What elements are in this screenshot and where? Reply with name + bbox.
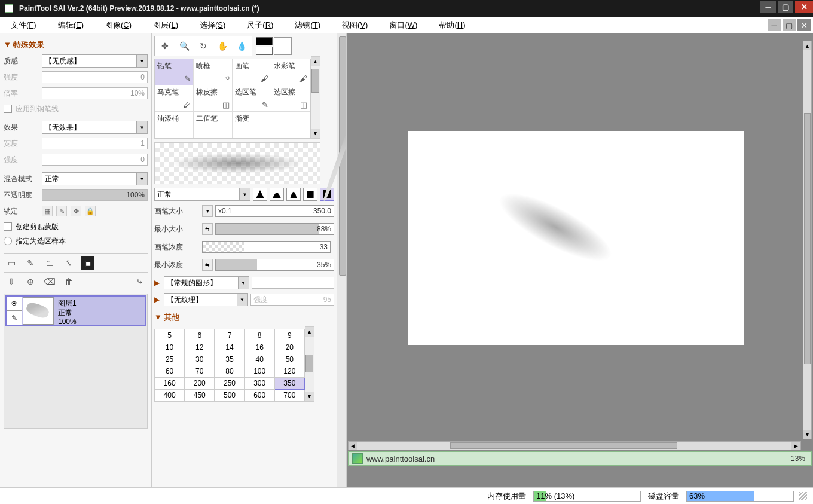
mdi-close-button[interactable]: ✕: [797, 19, 811, 31]
intensity2-value[interactable]: 0: [42, 154, 148, 166]
brush-texture-intensity[interactable]: 强度95: [250, 294, 335, 306]
brush-size-cell[interactable]: 35: [215, 353, 244, 365]
brush-size-cell[interactable]: 12: [185, 341, 215, 353]
scroll-down-icon[interactable]: ▼: [803, 430, 811, 439]
size-table-scrollbar[interactable]: ▲ ▼: [305, 326, 314, 402]
scroll-right-icon[interactable]: ▶: [791, 442, 800, 450]
menu-view[interactable]: 视图(V): [331, 17, 378, 33]
intensity-value[interactable]: 0: [42, 71, 148, 83]
menu-window[interactable]: 窗口(W): [378, 17, 428, 33]
brush-brush[interactable]: 画笔🖌: [233, 59, 271, 85]
apply-pen-checkbox[interactable]: [4, 105, 12, 113]
brush-size-cell[interactable]: 120: [274, 365, 304, 377]
brush-shape-value[interactable]: [252, 277, 335, 289]
scroll-down-icon[interactable]: ▼: [305, 392, 314, 401]
brush-texture-select[interactable]: 【无纹理】▼: [164, 293, 248, 306]
lock-all-icon[interactable]: 🔒: [85, 206, 96, 216]
brush-size-cell[interactable]: 300: [244, 377, 274, 389]
lock-move-icon[interactable]: ✥: [71, 206, 81, 216]
foreground-color[interactable]: [256, 37, 273, 45]
brush-select-eraser[interactable]: 选区擦◫: [271, 85, 310, 112]
opacity-slider[interactable]: 100%: [42, 189, 148, 201]
brush-bucket[interactable]: 油漆桶: [155, 112, 194, 138]
clear-layer-icon[interactable]: ⌫: [43, 275, 56, 288]
brush-size-cell[interactable]: 600: [244, 389, 274, 401]
brush-size-cell[interactable]: 200: [185, 377, 215, 389]
edge-soft-icon[interactable]: [253, 188, 267, 201]
resize-grip-icon[interactable]: [799, 492, 807, 500]
brush-shape-select[interactable]: 【常规的圆形】▼: [164, 276, 249, 289]
pencil-icon[interactable]: ✎: [7, 311, 22, 325]
menu-filter[interactable]: 滤镜(T): [284, 17, 331, 33]
mdi-minimize-button[interactable]: ─: [768, 19, 781, 31]
brush-mode-select[interactable]: 正常▼: [154, 188, 250, 201]
background-color[interactable]: [256, 47, 273, 55]
section-special-effects[interactable]: ▼ 特殊效果: [4, 39, 148, 50]
duplicate-layer-icon[interactable]: ⊕: [24, 275, 37, 288]
document-tab[interactable]: www.painttoolsai.cn 13%: [348, 451, 812, 466]
brush-size-cell[interactable]: 20: [274, 341, 304, 353]
brush-size-cell[interactable]: 350: [274, 377, 304, 389]
brush-grid-scrollbar[interactable]: ▲ ▼: [311, 56, 320, 139]
menu-ruler[interactable]: 尺子(R): [236, 17, 284, 33]
clipping-checkbox[interactable]: [4, 222, 12, 231]
brush-size-cell[interactable]: 40: [244, 353, 274, 365]
brush-size-cell[interactable]: 100: [244, 365, 274, 377]
new-layer-icon[interactable]: ▭: [5, 256, 18, 270]
min-density-slider[interactable]: 35%: [215, 259, 334, 271]
menu-select[interactable]: 选择(S): [189, 17, 236, 33]
layer-mask-icon[interactable]: ▣: [81, 256, 94, 270]
brush-size-cell[interactable]: 50: [274, 353, 304, 365]
scroll-up-icon[interactable]: ▲: [803, 41, 811, 50]
canvas-document[interactable]: [409, 132, 744, 344]
brush-watercolor[interactable]: 水彩笔🖌: [271, 59, 310, 85]
edge-mid2-icon[interactable]: [286, 188, 301, 201]
eye-icon[interactable]: 👁: [7, 297, 22, 311]
new-linework-layer-icon[interactable]: ✎: [24, 256, 37, 270]
move-tool-icon[interactable]: ✥: [156, 38, 174, 54]
brush-size-cell[interactable]: 70: [185, 365, 215, 377]
brush-size-cell[interactable]: 60: [155, 365, 185, 377]
width-value[interactable]: 1: [42, 138, 148, 149]
selection-source-radio[interactable]: [4, 237, 12, 245]
brush-size-cell[interactable]: 160: [155, 377, 185, 389]
brush-size-cell[interactable]: 250: [215, 377, 244, 389]
window-close-button[interactable]: ✕: [795, 1, 813, 13]
effect-select[interactable]: 【无效果】▼: [42, 121, 148, 134]
min-size-slider[interactable]: 88%: [215, 223, 334, 235]
brush-size-cell[interactable]: 700: [274, 389, 304, 401]
brush-size-cell[interactable]: 80: [215, 365, 244, 377]
brush-pencil[interactable]: 铅笔✎: [155, 59, 194, 85]
brush-select-pen[interactable]: 选区笔✎: [233, 85, 271, 112]
lock-pixel-icon[interactable]: ✎: [56, 206, 67, 216]
brush-size-cell[interactable]: 5: [155, 329, 185, 341]
transfer-down-icon[interactable]: ⤥: [62, 256, 75, 270]
canvas-viewport[interactable]: [359, 41, 801, 439]
menu-image[interactable]: 图像(C): [94, 17, 142, 33]
canvas-vertical-scrollbar[interactable]: ▲▼: [803, 41, 812, 439]
brush-size-slider[interactable]: x0.1350.0: [215, 205, 334, 217]
scroll-up-icon[interactable]: ▲: [305, 327, 314, 337]
expand-icon[interactable]: ▶: [154, 279, 161, 287]
brush-binary[interactable]: 二值笔: [194, 112, 233, 138]
mid-panel-scrollbar[interactable]: [337, 33, 346, 487]
blend-select[interactable]: 正常▼: [42, 172, 148, 185]
link-icon[interactable]: ⇆: [202, 259, 213, 271]
scale-value[interactable]: 10%: [42, 87, 148, 99]
canvas-horizontal-scrollbar[interactable]: ◀▶: [348, 441, 801, 450]
brush-size-cell[interactable]: 450: [185, 389, 215, 401]
window-minimize-button[interactable]: ─: [760, 1, 776, 13]
menu-layer[interactable]: 图层(L): [142, 17, 189, 33]
layer-item[interactable]: 👁 ✎ 图层1 正常 100%: [5, 295, 146, 326]
density-slider[interactable]: 33: [202, 241, 331, 253]
scroll-down-icon[interactable]: ▼: [311, 129, 320, 138]
brush-size-cell[interactable]: 6: [185, 329, 215, 341]
mdi-maximize-button[interactable]: ▢: [783, 19, 796, 31]
rotate-tool-icon[interactable]: ↻: [194, 38, 212, 54]
section-other[interactable]: ▼ 其他: [154, 312, 334, 323]
edge-hard-icon[interactable]: [303, 188, 317, 201]
edge-mid1-icon[interactable]: [270, 188, 284, 201]
brush-eraser[interactable]: 橡皮擦◫: [194, 85, 233, 112]
brush-size-cell[interactable]: 9: [274, 329, 304, 341]
color-preview[interactable]: [274, 37, 292, 55]
